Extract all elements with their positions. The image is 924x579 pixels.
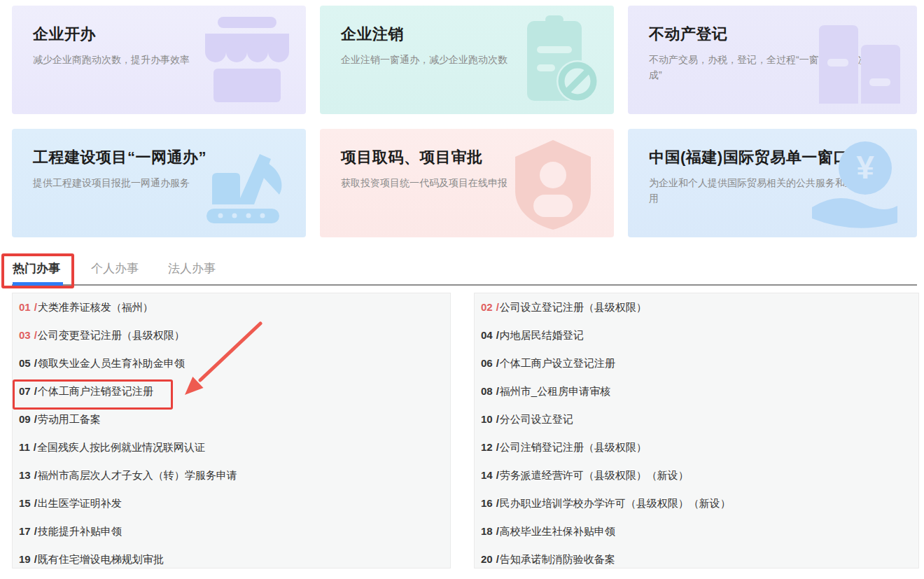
card-project-code-approval[interactable]: 项目取码、项目审批 获取投资项目统一代码及项目在线申报 <box>320 129 614 237</box>
list-item[interactable]: 15/出生医学证明补发 <box>13 489 450 517</box>
card-title: 企业开办 <box>33 24 96 45</box>
item-title: 分公司设立登记 <box>500 413 573 425</box>
list-item[interactable]: 19/既有住宅增设电梯规划审批 <box>13 545 450 573</box>
item-title: 出生医学证明补发 <box>38 497 122 509</box>
item-separator: / <box>34 357 37 369</box>
card-single-window-trade[interactable]: 中国(福建)国际贸易单一窗口 为企业和个人提供国际贸易相关的公共服务和业务应用 … <box>628 129 917 237</box>
item-number: 03 <box>19 329 31 341</box>
item-number: 15 <box>19 497 31 509</box>
list-item[interactable]: 03/公司变更登记注册（县级权限） <box>13 321 450 349</box>
list-item[interactable]: 06/个体工商户设立登记注册 <box>475 349 918 377</box>
item-separator: / <box>496 525 499 537</box>
item-separator: / <box>496 413 499 425</box>
item-number: 01 <box>19 301 31 313</box>
tabs-divider-rule <box>12 284 917 286</box>
item-title: 领取失业金人员生育补助金申领 <box>38 357 185 369</box>
item-number: 13 <box>19 469 31 481</box>
list-item[interactable]: 20/告知承诺制消防验收备案 <box>475 545 918 573</box>
item-separator: / <box>34 497 37 509</box>
card-title: 项目取码、项目审批 <box>341 147 483 168</box>
list-item[interactable]: 13/福州市高层次人才子女入（转）学服务申请 <box>13 461 450 489</box>
item-title: 公司变更登记注册（县级权限） <box>38 329 185 341</box>
item-title: 劳动用工备案 <box>38 413 101 425</box>
item-separator: / <box>496 385 499 397</box>
item-number: 20 <box>481 553 493 565</box>
svg-text:¥: ¥ <box>856 149 874 186</box>
storefront-icon <box>198 11 296 109</box>
item-separator: / <box>34 469 37 481</box>
item-separator: / <box>496 553 499 565</box>
item-title: 劳务派遣经营许可（县级权限）（新设） <box>500 469 689 481</box>
coin-hand-icon: ¥ <box>802 134 907 237</box>
item-separator: / <box>496 497 499 509</box>
list-item[interactable]: 17/技能提升补贴申领 <box>13 517 450 545</box>
list-item[interactable]: 16/民办职业培训学校办学许可（县级权限）（新设） <box>475 489 918 517</box>
tab-hot-services[interactable]: 热门办事 <box>13 260 60 277</box>
item-separator: / <box>34 525 37 537</box>
item-title: 犬类准养证核发（福州） <box>38 301 153 313</box>
item-separator: / <box>496 357 499 369</box>
item-title: 个体工商户设立登记注册 <box>500 357 615 369</box>
list-item[interactable]: 05/领取失业金人员生育补助金申领 <box>13 349 450 377</box>
item-title: 告知承诺制消防验收备案 <box>500 553 615 565</box>
item-separator: / <box>34 553 37 565</box>
list-item[interactable]: 02/公司设立登记注册（县级权限） <box>475 293 918 321</box>
item-number: 14 <box>481 469 493 481</box>
item-number: 19 <box>19 553 31 565</box>
buildings-icon <box>809 11 907 109</box>
item-title: 福州市_公租房申请审核 <box>500 385 610 397</box>
list-item[interactable]: 14/劳务派遣经营许可（县级权限）（新设） <box>475 461 918 489</box>
card-construction-project[interactable]: 工程建设项目“一网通办” 提供工程建设项目报批一网通办服务 <box>12 129 306 237</box>
item-number: 16 <box>481 497 493 509</box>
card-enterprise-cancel[interactable]: 企业注销 企业注销一窗通办，减少企业跑动次数 <box>320 6 614 114</box>
card-enterprise-setup[interactable]: 企业开办 减少企业商跑动次数，提升办事效率 <box>12 6 306 114</box>
item-number: 12 <box>481 441 493 453</box>
item-number: 05 <box>19 357 31 369</box>
list-item[interactable]: 09/劳动用工备案 <box>13 405 450 433</box>
item-number: 04 <box>481 329 493 341</box>
item-title: 民办职业培训学校办学许可（县级权限）（新设） <box>500 497 731 509</box>
item-number: 08 <box>481 385 493 397</box>
item-title: 公司设立登记注册（县级权限） <box>500 301 647 313</box>
list-item[interactable]: 12/公司注销登记注册（县级权限） <box>475 433 918 461</box>
list-item[interactable]: 01/犬类准养证核发（福州） <box>13 293 450 321</box>
item-title: 全国残疾人按比例就业情况联网认证 <box>37 441 205 453</box>
card-title: 不动产登记 <box>649 24 728 45</box>
item-separator: / <box>496 441 499 453</box>
card-real-estate[interactable]: 不动产登记 不动产交易，办税，登记，全过程“一窗受理，一次办成” <box>628 6 917 114</box>
item-title: 内地居民结婚登记 <box>500 329 584 341</box>
hot-list-left-panel: 01/犬类准养证核发（福州） 03/公司变更登记注册（县级权限） 05/领取失业… <box>12 293 451 568</box>
item-separator: / <box>34 385 37 397</box>
clipboard-cancel-icon <box>506 11 604 109</box>
item-separator: / <box>496 329 499 341</box>
active-tab-underline <box>13 282 63 286</box>
item-separator: / <box>34 301 37 313</box>
item-number: 07 <box>19 385 31 397</box>
item-number: 11 <box>19 441 30 453</box>
item-title: 福州市高层次人才子女入（转）学服务申请 <box>38 469 237 481</box>
item-number: 17 <box>19 525 31 537</box>
item-number: 02 <box>481 301 493 313</box>
item-number: 18 <box>481 525 493 537</box>
list-item-highlighted[interactable]: 07/个体工商户注销登记注册 <box>13 377 450 405</box>
list-item[interactable]: 11/全国残疾人按比例就业情况联网认证 <box>13 433 450 461</box>
item-number: 10 <box>481 413 493 425</box>
shield-user-icon <box>503 134 604 236</box>
item-title: 高校毕业生社保补贴申领 <box>500 525 615 537</box>
tab-legal-entity-services[interactable]: 法人办事 <box>168 260 216 277</box>
service-cards-grid: 企业开办 减少企业商跑动次数，提升办事效率 企业注销 企业注销一窗通办，减少企业… <box>12 6 917 237</box>
item-number: 06 <box>481 357 493 369</box>
list-item[interactable]: 18/高校毕业生社保补贴申领 <box>475 517 918 545</box>
list-item[interactable]: 10/分公司设立登记 <box>475 405 918 433</box>
item-title: 既有住宅增设电梯规划审批 <box>38 553 164 565</box>
item-title: 技能提升补贴申领 <box>38 525 122 537</box>
item-separator: / <box>496 301 499 313</box>
tab-personal-services[interactable]: 个人办事 <box>91 260 139 277</box>
card-title: 企业注销 <box>341 24 404 45</box>
card-title: 工程建设项目“一网通办” <box>33 147 206 168</box>
item-separator: / <box>34 441 36 453</box>
item-number: 09 <box>19 413 31 425</box>
list-item[interactable]: 04/内地居民结婚登记 <box>475 321 918 349</box>
list-item[interactable]: 08/福州市_公租房申请审核 <box>475 377 918 405</box>
item-title: 公司注销登记注册（县级权限） <box>500 441 647 453</box>
